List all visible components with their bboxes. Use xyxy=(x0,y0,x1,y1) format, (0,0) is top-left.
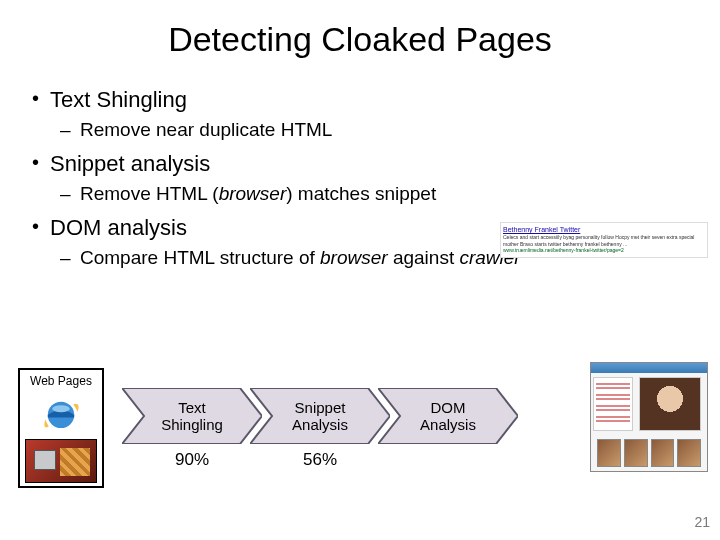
bullet-snippet-analysis: Snippet analysis xyxy=(28,151,700,177)
pipeline-chevrons: Text Shingling 90% Snippet Analysis 56% … xyxy=(122,388,506,444)
thumbnail-main-image xyxy=(639,377,701,431)
chevron-dom-analysis: DOM Analysis xyxy=(378,388,518,444)
snippet-body: Celecs and start accessiily byag persona… xyxy=(503,234,705,247)
chevron-label: Snippet xyxy=(292,399,348,416)
percent-text-shingling: 90% xyxy=(122,450,262,470)
thumbnail-sidebar xyxy=(593,377,633,431)
snippet-url: www.truemlimedia.net/bethenny-frankel-tw… xyxy=(503,247,705,254)
webpages-label: Web Pages xyxy=(23,374,99,388)
page-number: 21 xyxy=(694,514,710,530)
chevron-label: DOM xyxy=(420,399,476,416)
bullet-text-shingling: Text Shingling xyxy=(28,87,700,113)
chevron-snippet-analysis: Snippet Analysis 56% xyxy=(250,388,390,444)
chevron-label: Shingling xyxy=(161,416,223,433)
subbullet-remove-browser-snippet: Remove HTML (browser) matches snippet xyxy=(28,183,700,205)
slide-title: Detecting Cloaked Pages xyxy=(0,20,720,59)
italic-browser: browser xyxy=(219,183,287,204)
text-fragment: Remove HTML ( xyxy=(80,183,219,204)
text-fragment: ) matches snippet xyxy=(286,183,436,204)
chevron-label: Analysis xyxy=(420,416,476,433)
chevron-label: Analysis xyxy=(292,416,348,433)
chevron-label: Text xyxy=(161,399,223,416)
text-fragment: Compare HTML structure of xyxy=(80,247,320,268)
snippet-title: Bethenny Frankel Twitter xyxy=(503,225,705,234)
search-snippet-thumbnail: Bethenny Frankel Twitter Celecs and star… xyxy=(500,222,708,258)
text-fragment: against xyxy=(388,247,460,268)
browser-window-thumbnail xyxy=(590,362,708,472)
chevron-text-shingling: Text Shingling 90% xyxy=(122,388,262,444)
internet-explorer-icon xyxy=(23,392,99,436)
percent-snippet-analysis: 56% xyxy=(250,450,390,470)
thumbnail-titlebar xyxy=(591,363,707,373)
italic-browser: browser xyxy=(320,247,388,268)
svg-point-1 xyxy=(52,405,70,412)
subbullet-remove-dup: Remove near duplicate HTML xyxy=(28,119,700,141)
thumbnail-strip xyxy=(597,439,701,467)
crawler-robot-thumbnail xyxy=(25,439,97,483)
webpages-box: Web Pages xyxy=(18,368,104,488)
